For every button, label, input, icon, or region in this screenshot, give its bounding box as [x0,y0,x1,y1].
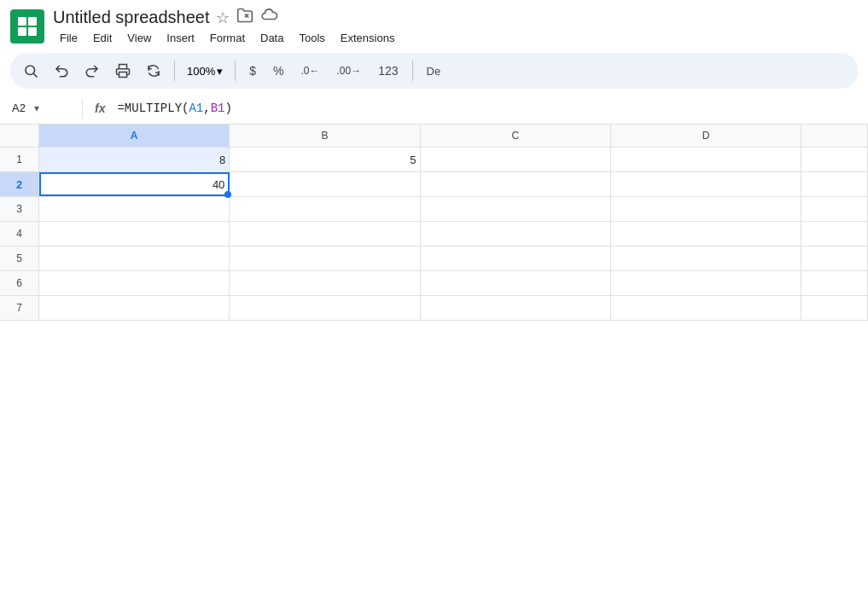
formula-close-paren: ) [225,101,232,115]
menu-tools[interactable]: Tools [292,30,331,46]
cell-b1[interactable]: 5 [230,148,420,171]
doc-title[interactable]: Untitled spreadsheet [53,8,209,27]
cell-b4[interactable] [230,222,420,246]
table-row: 1 8 5 [0,148,868,172]
cell-a7[interactable] [39,296,230,320]
cell-a4[interactable] [39,222,230,246]
decimal-inc-button[interactable]: .00→ [330,57,369,84]
formula-bar: A2 ▾ fx =MULTIPLY(A1,B1) [0,92,868,125]
cell-e5[interactable] [801,246,868,270]
toolbar-divider-2 [235,61,236,81]
cell-reference[interactable]: A2 ▾ [7,100,75,116]
star-icon[interactable]: ☆ [216,9,230,27]
cell-a1[interactable]: 8 [39,148,230,171]
print-button[interactable] [109,57,137,84]
menu-extensions[interactable]: Extensions [334,30,402,46]
cell-c5[interactable] [421,246,611,270]
cell-d2[interactable] [611,172,801,196]
more-formats-label: De [427,65,441,78]
zoom-arrow: ▾ [217,65,223,78]
cell-e7[interactable] [801,296,868,320]
decimal-dec-button[interactable]: .0← [294,57,327,84]
row-num-5: 5 [0,246,39,270]
toolbar-divider-1 [174,61,175,81]
cell-b7[interactable] [230,296,420,320]
menu-insert[interactable]: Insert [160,30,201,46]
currency-button[interactable]: $ [242,57,263,84]
folder-icon[interactable] [236,7,253,28]
row-num-7: 7 [0,296,39,320]
cell-e2[interactable] [801,172,868,196]
svg-line-3 [33,73,37,77]
decimal-inc-label: .00→ [337,65,362,77]
col-header-a[interactable]: A [39,125,230,147]
currency-label: $ [249,64,256,78]
col-header-c[interactable]: C [421,125,611,147]
menu-edit[interactable]: Edit [86,30,119,46]
svg-point-2 [26,66,35,75]
cell-b6[interactable] [230,271,420,295]
cell-d3[interactable] [611,197,801,221]
cell-d6[interactable] [611,271,801,295]
table-row: 3 [0,197,868,222]
paint-format-button[interactable] [140,57,167,84]
undo-button[interactable] [48,57,75,84]
cell-c7[interactable] [421,296,611,320]
cell-a2[interactable]: 40 [39,172,230,196]
cell-e1[interactable] [801,148,868,171]
zoom-label: 100% [187,65,215,78]
cell-a6[interactable] [39,271,230,295]
cell-e3[interactable] [801,197,868,221]
cell-b2[interactable] [230,172,420,196]
row-num-4: 4 [0,222,39,246]
cell-ref-dropdown-icon[interactable]: ▾ [34,102,39,114]
svg-rect-4 [119,72,127,78]
redo-button[interactable] [79,57,106,84]
cell-c4[interactable] [421,222,611,246]
percent-button[interactable]: % [266,57,290,84]
cell-c1[interactable] [421,148,611,171]
table-row: 6 [0,271,868,296]
cell-e6[interactable] [801,271,868,295]
more-formats-button[interactable]: De [420,57,448,84]
col-header-more [801,125,868,147]
menu-bar: File Edit View Insert Format Data Tools … [53,30,401,46]
row-num-1: 1 [0,148,39,171]
formula-text[interactable]: =MULTIPLY(A1,B1) [117,101,231,115]
cell-d5[interactable] [611,246,801,270]
cell-e4[interactable] [801,222,868,246]
spreadsheet: A B C D 1 8 5 2 40 3 4 [0,125,868,321]
cell-b5[interactable] [230,246,420,270]
cell-c6[interactable] [421,271,611,295]
table-row: 2 40 [0,172,868,197]
cloud-icon[interactable] [260,9,279,26]
row-num-3: 3 [0,197,39,221]
cell-b3[interactable] [230,197,420,221]
cell-d4[interactable] [611,222,801,246]
col-header-d[interactable]: D [611,125,801,147]
cell-d7[interactable] [611,296,801,320]
number-format-label: 123 [378,64,398,78]
cell-c2[interactable] [421,172,611,196]
cell-a3[interactable] [39,197,230,221]
menu-file[interactable]: File [53,30,84,46]
formula-a1-ref: A1 [189,101,203,115]
formula-equals: =MULTIPLY( [117,101,189,115]
column-headers: A B C D [0,125,868,148]
zoom-control[interactable]: 100% ▾ [182,63,228,79]
table-row: 4 [0,222,868,246]
cell-d1[interactable] [611,148,801,171]
title-section: Untitled spreadsheet ☆ File Edit View In… [53,7,401,46]
cell-a5[interactable] [39,246,230,270]
menu-view[interactable]: View [120,30,158,46]
menu-format[interactable]: Format [203,30,252,46]
cell-c3[interactable] [421,197,611,221]
toolbar: 100% ▾ $ % .0← .00→ 123 De [10,53,858,89]
col-header-b[interactable]: B [230,125,420,147]
number-format-button[interactable]: 123 [371,57,405,84]
formula-bar-divider [82,98,83,119]
cell-ref-text: A2 [7,100,31,116]
menu-data[interactable]: Data [253,30,290,46]
search-button[interactable] [17,57,44,84]
percent-label: % [273,64,283,78]
